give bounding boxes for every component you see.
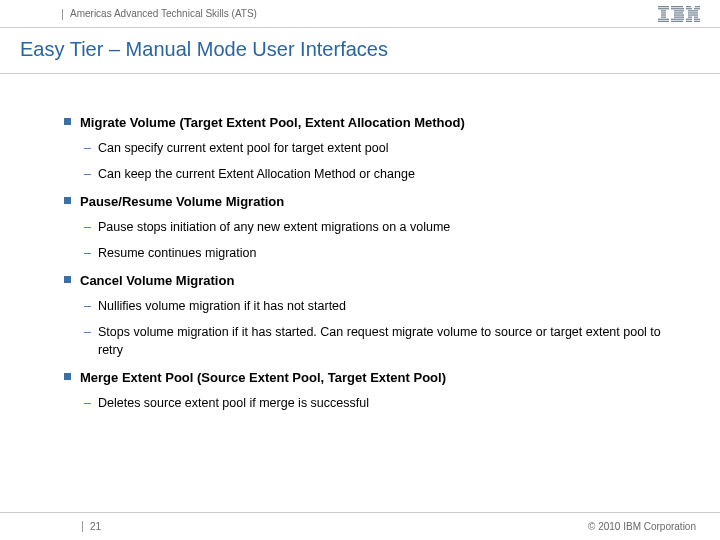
svg-rect-30: [686, 20, 692, 21]
svg-rect-4: [661, 14, 666, 15]
sub-bullet: Nullifies volume migration if it has not…: [80, 297, 670, 315]
bullet-head: Cancel Volume Migration: [80, 272, 670, 291]
svg-rect-3: [661, 12, 666, 13]
svg-rect-24: [694, 14, 698, 15]
svg-rect-12: [674, 14, 684, 15]
svg-rect-7: [658, 20, 669, 21]
bullet-group: Pause/Resume Volume Migration Pause stop…: [80, 193, 670, 262]
svg-rect-28: [686, 18, 692, 19]
svg-rect-11: [674, 12, 683, 13]
sub-bullet: Can keep the current Extent Allocation M…: [80, 165, 670, 183]
svg-rect-10: [674, 10, 684, 11]
slide-footer: 21 © 2010 IBM Corporation: [0, 512, 720, 540]
svg-rect-22: [688, 12, 698, 13]
svg-rect-26: [688, 16, 692, 17]
svg-rect-19: [694, 8, 700, 9]
svg-rect-18: [686, 8, 692, 9]
sub-bullet: Stops volume migration if it has started…: [80, 323, 670, 359]
bullet-group: Merge Extent Pool (Source Extent Pool, T…: [80, 369, 670, 412]
svg-rect-0: [658, 6, 669, 7]
svg-rect-23: [688, 14, 692, 15]
slide-header: Americas Advanced Technical Skills (ATS): [0, 0, 720, 28]
svg-rect-5: [661, 16, 666, 17]
slide-title: Easy Tier – Manual Mode User Interfaces: [20, 38, 700, 61]
ibm-logo-icon: [658, 6, 700, 22]
svg-rect-29: [694, 18, 700, 19]
copyright-text: © 2010 IBM Corporation: [588, 521, 696, 532]
sub-bullet: Resume continues migration: [80, 244, 670, 262]
svg-rect-6: [658, 18, 669, 19]
svg-rect-27: [694, 16, 698, 17]
bullet-group: Migrate Volume (Target Extent Pool, Exte…: [80, 114, 670, 183]
sub-bullet: Deletes source extent pool if merge is s…: [80, 394, 670, 412]
sub-bullet: Can specify current extent pool for targ…: [80, 139, 670, 157]
svg-rect-2: [661, 10, 666, 11]
bullet-group: Cancel Volume Migration Nullifies volume…: [80, 272, 670, 359]
svg-rect-16: [686, 6, 691, 7]
sub-bullet: Pause stops initiation of any new extent…: [80, 218, 670, 236]
svg-rect-9: [671, 8, 684, 9]
svg-rect-17: [695, 6, 700, 7]
svg-rect-8: [671, 6, 683, 7]
slide-content: Migrate Volume (Target Extent Pool, Exte…: [0, 74, 720, 412]
org-name: Americas Advanced Technical Skills (ATS): [70, 8, 257, 19]
title-bar: Easy Tier – Manual Mode User Interfaces: [0, 28, 720, 74]
bullet-head: Pause/Resume Volume Migration: [80, 193, 670, 212]
svg-rect-25: [692, 14, 694, 15]
svg-rect-14: [671, 18, 684, 19]
page-number: 21: [90, 521, 101, 532]
svg-rect-15: [671, 20, 683, 21]
svg-rect-1: [658, 8, 669, 9]
svg-rect-21: [693, 10, 698, 11]
svg-rect-31: [694, 20, 700, 21]
bullet-head: Migrate Volume (Target Extent Pool, Exte…: [80, 114, 670, 133]
bullet-head: Merge Extent Pool (Source Extent Pool, T…: [80, 369, 670, 388]
svg-rect-20: [688, 10, 693, 11]
svg-rect-13: [674, 16, 684, 17]
